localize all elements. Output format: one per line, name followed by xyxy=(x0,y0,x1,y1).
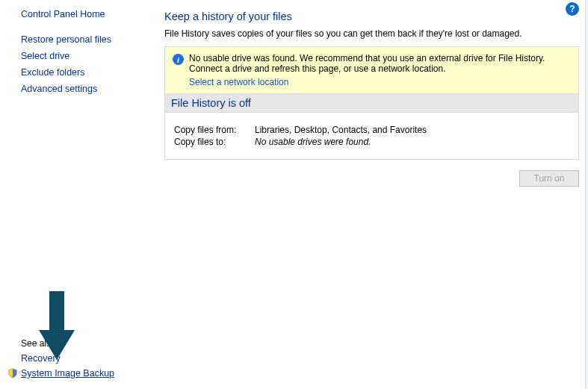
warning-text: No usable drive was found. We recommend … xyxy=(189,53,571,74)
status-bar: File History is off xyxy=(164,94,579,113)
select-drive-link[interactable]: Select drive xyxy=(21,51,157,61)
exclude-folders-link[interactable]: Exclude folders xyxy=(21,67,157,78)
details-panel: Copy files from: Libraries, Desktop, Con… xyxy=(164,113,579,160)
shield-icon xyxy=(7,368,18,379)
copy-from-label: Copy files from: xyxy=(174,125,255,135)
advanced-settings-link[interactable]: Advanced settings xyxy=(21,84,157,94)
sidebar: Control Panel Home Restore personal file… xyxy=(0,0,157,389)
scrollbar-track[interactable] xyxy=(585,0,588,389)
status-text: File History is off xyxy=(171,97,251,109)
copy-to-value: No usable drives were found. xyxy=(255,137,371,147)
info-icon: i xyxy=(173,54,184,65)
system-image-backup-link[interactable]: System Image Backup xyxy=(21,368,114,379)
copy-from-value: Libraries, Desktop, Contacts, and Favori… xyxy=(255,125,427,135)
see-also-heading: See also xyxy=(21,338,157,349)
turn-on-button: Turn on xyxy=(519,170,579,187)
control-panel-home-link[interactable]: Control Panel Home xyxy=(21,9,157,19)
page-title: Keep a history of your files xyxy=(164,10,579,22)
copy-to-label: Copy files to: xyxy=(174,137,255,147)
main-content: ? Keep a history of your files File Hist… xyxy=(157,0,588,389)
warning-panel: i No usable drive was found. We recommen… xyxy=(164,46,579,94)
recovery-link[interactable]: Recovery xyxy=(21,353,157,364)
help-icon[interactable]: ? xyxy=(566,2,579,16)
select-network-location-link[interactable]: Select a network location xyxy=(189,77,288,87)
restore-personal-files-link[interactable]: Restore personal files xyxy=(21,34,157,45)
page-subtitle: File History saves copies of your files … xyxy=(164,28,579,39)
